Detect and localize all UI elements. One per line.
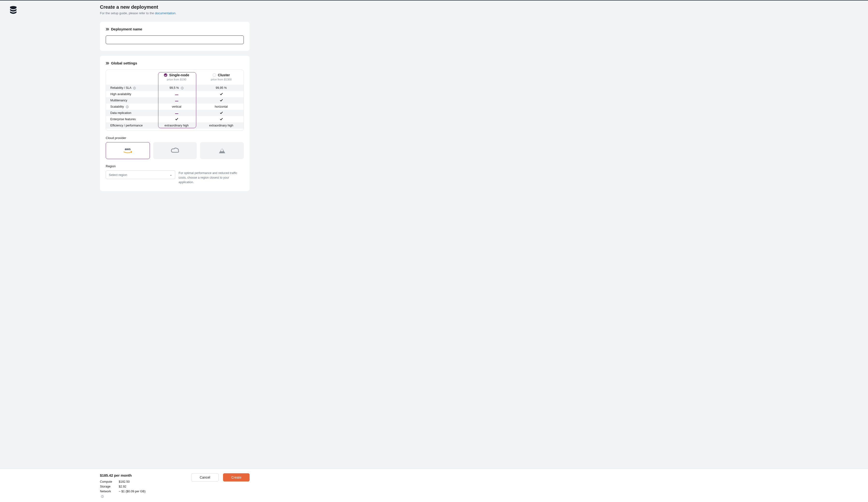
info-icon <box>181 87 184 90</box>
feature-label: Scalability <box>106 105 154 108</box>
chevrons-icon <box>106 28 109 31</box>
deployment-name-input[interactable] <box>106 35 244 44</box>
feature-value-single <box>154 117 199 122</box>
feature-row: High availability <box>106 91 244 97</box>
feature-label: Data replication <box>106 111 154 115</box>
region-label: Region <box>106 164 244 168</box>
region-select[interactable]: Select region ⌄ <box>106 170 175 179</box>
info-icon <box>126 105 129 108</box>
section-title: Deployment name <box>111 27 142 31</box>
info-icon <box>133 87 136 90</box>
feature-row: Efficiency / performanceextraordinary hi… <box>106 122 244 129</box>
feature-value-cluster: extraordinary high <box>199 124 244 127</box>
feature-value-cluster <box>199 98 244 103</box>
feature-label: Reliability / SLA <box>106 86 154 90</box>
global-settings-card: Global settings Single-node price from $… <box>100 56 250 191</box>
check-icon <box>219 100 223 103</box>
dash-icon <box>175 113 178 114</box>
feature-label: Enterprise features <box>106 117 154 121</box>
page-title: Create a new deployment <box>100 4 250 10</box>
feature-row: Enterprise features <box>106 116 244 122</box>
check-icon <box>219 112 223 115</box>
chevron-down-icon: ⌄ <box>170 173 172 176</box>
page-subtitle: For the setup guide, please refer to the… <box>100 11 250 15</box>
feature-value-cluster: 99,95 % <box>199 86 244 90</box>
dash-icon <box>175 101 178 101</box>
provider-azure[interactable] <box>200 142 244 159</box>
check-icon <box>219 118 223 122</box>
feature-value-single <box>154 99 199 102</box>
deployment-name-card: Deployment name <box>100 22 250 51</box>
section-title: Global settings <box>111 61 137 65</box>
check-icon <box>175 118 179 122</box>
feature-value-single <box>154 92 199 96</box>
feature-value-cluster <box>199 117 244 122</box>
radio-checked-icon <box>164 73 167 77</box>
feature-row: Data replication <box>106 110 244 116</box>
documentation-link[interactable]: documentation <box>155 11 175 15</box>
dash-icon <box>175 95 178 95</box>
feature-value-cluster <box>199 92 244 96</box>
provider-gcp[interactable] <box>153 142 197 159</box>
feature-value-single: extraordinary high <box>154 124 199 127</box>
feature-value-cluster <box>199 111 244 115</box>
feature-row: Scalability verticalhorizontal <box>106 104 244 110</box>
provider-aws[interactable]: aws <box>106 142 150 159</box>
region-hint: For optimal performance and reduced traf… <box>179 170 244 185</box>
check-icon <box>219 93 223 96</box>
feature-value-cluster: horizontal <box>199 105 244 108</box>
feature-value-single: 99,5 % <box>154 86 199 90</box>
feature-label: Efficiency / performance <box>106 124 154 127</box>
chevrons-icon <box>106 62 109 65</box>
feature-row: Multitenancy <box>106 97 244 104</box>
plan-single-node[interactable]: Single-node price from $190 <box>157 73 196 81</box>
svg-text:aws: aws <box>125 147 131 151</box>
feature-row: Reliability / SLA 99,5 % 99,95 % <box>106 85 244 91</box>
feature-label: Multitenancy <box>106 99 154 102</box>
logo-icon <box>9 5 18 16</box>
plan-cluster[interactable]: Cluster price from $1300 <box>201 73 241 81</box>
radio-unchecked-icon <box>213 73 216 77</box>
cloud-provider-label: Cloud provider <box>106 136 244 140</box>
feature-value-single: vertical <box>154 105 199 108</box>
feature-value-single <box>154 111 199 115</box>
plan-comparison-table: Single-node price from $190 Cluster pric… <box>106 70 244 131</box>
feature-label: High availability <box>106 92 154 96</box>
